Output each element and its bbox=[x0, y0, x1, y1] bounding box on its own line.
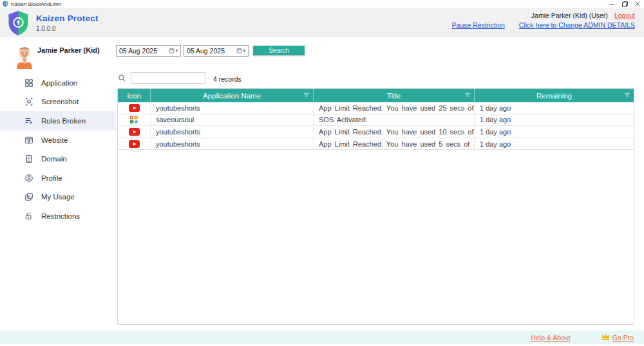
rules-broken-list-x-icon bbox=[24, 116, 33, 125]
youtube-icon bbox=[118, 126, 150, 138]
table-row[interactable]: youtubeshorts App Limit Reached. You hav… bbox=[118, 126, 634, 138]
sidebar-item-my-usage[interactable]: My Usage bbox=[0, 188, 116, 207]
change-admin-details-link[interactable]: Click here to Change ADMIN DETAILS bbox=[519, 21, 635, 29]
minimize-button[interactable] bbox=[605, 0, 618, 8]
application-name-cell: youtubeshorts bbox=[150, 138, 313, 150]
website-blocked-icon bbox=[24, 136, 33, 145]
remaining-cell: 1 day ago bbox=[474, 114, 634, 126]
grid-header-row: Icon Application Name Title Remaining bbox=[118, 89, 634, 102]
sidebar-item-label: Application bbox=[41, 79, 77, 87]
youtube-icon bbox=[118, 138, 150, 150]
sidebar-item-label: Domain bbox=[41, 155, 67, 163]
filter-funnel-icon[interactable] bbox=[464, 92, 471, 100]
sidebar-item-label: Website bbox=[41, 136, 68, 144]
title-cell: SOS Activated bbox=[313, 114, 474, 126]
close-button[interactable] bbox=[631, 0, 644, 8]
domain-building-icon bbox=[24, 154, 33, 163]
sidebar-item-website[interactable]: Website bbox=[0, 131, 116, 150]
kaizen-shield-logo-icon bbox=[6, 10, 30, 39]
column-header-remaining[interactable]: Remaining bbox=[474, 89, 634, 102]
table-row[interactable]: saveoursoul SOS Activated 1 day ago bbox=[118, 114, 634, 127]
sidebar-item-label: Profile bbox=[41, 174, 62, 182]
filter-funnel-icon[interactable] bbox=[624, 92, 630, 100]
dropdown-caret-icon: ▾ bbox=[243, 48, 245, 53]
application-name-cell: saveoursoul bbox=[150, 114, 313, 126]
title-cell: App Limit Reached. You have used 25 secs… bbox=[313, 102, 474, 114]
sidebar-item-screenshot[interactable]: Screenshot bbox=[0, 93, 116, 112]
sidebar-profile-name: Jamie Parker (Kid) bbox=[37, 46, 100, 54]
title-cell: App Limit Reached. You have used 10 secs… bbox=[313, 126, 474, 138]
window-title: Kaizen BlockAndLimit bbox=[11, 1, 61, 7]
remaining-cell: 1 day ago bbox=[474, 138, 634, 150]
app-title: Kaizen Protect bbox=[36, 14, 99, 23]
calendar-icon bbox=[236, 47, 242, 55]
youtube-icon bbox=[118, 102, 150, 114]
app-version: 1.0.0.0 bbox=[36, 25, 56, 32]
rules-broken-grid: Icon Application Name Title Remaining bbox=[117, 88, 634, 325]
sidebar-item-domain[interactable]: Domain bbox=[0, 149, 116, 168]
app-grid-icon bbox=[24, 78, 33, 87]
help-about-link[interactable]: Help & About bbox=[531, 334, 570, 341]
application-name-cell: youtubeshorts bbox=[150, 102, 313, 114]
sidebar-item-label: Restrictions bbox=[41, 212, 80, 220]
remaining-cell: 1 day ago bbox=[474, 102, 634, 114]
application-name-cell: youtubeshorts bbox=[150, 126, 313, 138]
date-from-picker[interactable]: 05 Aug 2025 ▾ bbox=[116, 45, 181, 57]
dropdown-caret-icon: ▾ bbox=[175, 48, 178, 53]
saveoursoul-icon bbox=[118, 114, 150, 126]
sidebar-item-restrictions[interactable]: Restrictions bbox=[0, 206, 116, 226]
column-header-icon[interactable]: Icon bbox=[118, 89, 150, 102]
filter-funnel-icon[interactable] bbox=[303, 92, 310, 100]
footer-bar: Help & About Go Pro bbox=[0, 331, 644, 344]
logout-link[interactable]: Logout bbox=[614, 12, 635, 19]
sidebar-item-label: Screenshot bbox=[41, 98, 79, 105]
sidebar: Jamie Parker (Kid) Application Screensho… bbox=[0, 37, 116, 331]
sidebar-item-label: Rules Broken bbox=[41, 117, 86, 125]
search-icon bbox=[118, 73, 126, 85]
column-header-application-name[interactable]: Application Name bbox=[150, 89, 313, 102]
crown-icon bbox=[601, 333, 610, 341]
date-to-value: 05 Aug 2025 bbox=[187, 47, 236, 55]
column-header-title[interactable]: Title bbox=[313, 89, 474, 102]
kid-avatar bbox=[13, 43, 36, 71]
sidebar-item-rules-broken[interactable]: Rules Broken bbox=[0, 111, 116, 131]
restrictions-lock-icon bbox=[24, 212, 33, 221]
app-shield-icon bbox=[3, 1, 8, 7]
date-to-picker[interactable]: 05 Aug 2025 ▾ bbox=[184, 45, 249, 57]
remaining-cell: 1 day ago bbox=[474, 126, 634, 138]
table-row[interactable]: youtubeshorts App Limit Reached. You hav… bbox=[118, 102, 634, 114]
date-from-value: 05 Aug 2025 bbox=[119, 47, 169, 55]
sidebar-menu: Application Screenshot Rules Broken bbox=[0, 73, 116, 226]
table-row[interactable]: youtubeshorts App Limit Reached. You hav… bbox=[118, 138, 634, 150]
table-quick-search-input[interactable] bbox=[131, 72, 205, 84]
calendar-icon bbox=[169, 47, 175, 55]
app-header: Kaizen Protect 1.0.0.0 Jamie Parker (Kid… bbox=[0, 8, 644, 37]
window-titlebar: Kaizen BlockAndLimit bbox=[0, 0, 644, 8]
screenshot-capture-icon bbox=[24, 97, 33, 106]
go-pro-link[interactable]: Go Pro bbox=[612, 334, 634, 341]
maximize-button[interactable] bbox=[618, 0, 631, 8]
sidebar-item-application[interactable]: Application bbox=[0, 73, 116, 93]
title-cell: App Limit Reached. You have used 5 secs … bbox=[313, 138, 474, 150]
logged-in-user-label: Jamie Parker (Kid) (User) bbox=[531, 12, 608, 19]
sidebar-item-label: My Usage bbox=[41, 193, 75, 201]
sidebar-item-profile[interactable]: Profile bbox=[0, 168, 116, 188]
search-button[interactable]: Search bbox=[253, 46, 305, 55]
pause-restriction-link[interactable]: Pause Restriction bbox=[452, 21, 505, 29]
usage-report-icon bbox=[24, 192, 33, 201]
profile-person-icon bbox=[24, 174, 33, 183]
records-count: 4 records bbox=[213, 75, 242, 83]
